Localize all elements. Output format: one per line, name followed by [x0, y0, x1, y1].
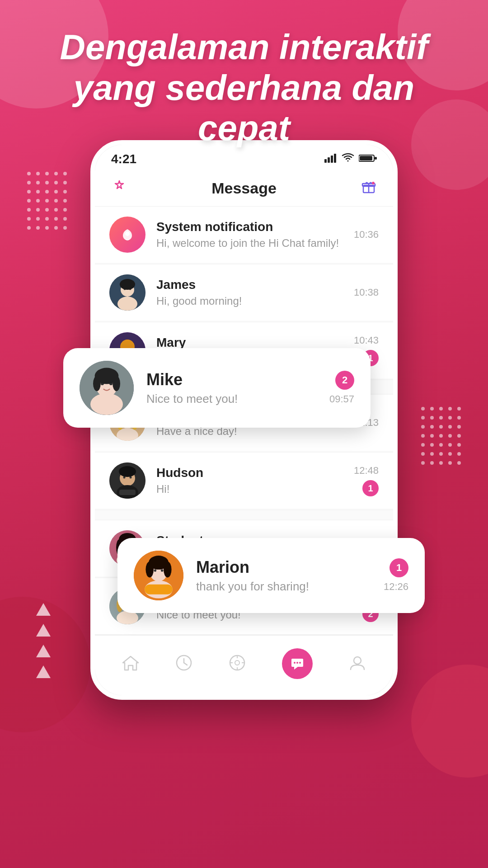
- mike-floating-card[interactable]: Mike Nice to meet you! 2 09:57: [63, 348, 371, 428]
- system-preview: Hi, welcome to join the Hi Chat family!: [156, 237, 354, 250]
- hudson-avatar: [109, 462, 145, 499]
- svg-point-83: [299, 662, 301, 664]
- system-content: System notification Hi, welcome to join …: [156, 220, 354, 250]
- clock-icon[interactable]: [175, 654, 192, 673]
- headline-section: Dengalaman interaktif yang sederhana dan…: [0, 27, 488, 149]
- marion-avatar: [134, 551, 183, 600]
- headline-line2: yang sederhana dan cepat: [74, 68, 414, 148]
- svg-point-16: [164, 561, 172, 577]
- nav-clock[interactable]: [166, 651, 202, 677]
- headline-line1: Dengalaman interaktif: [60, 27, 428, 67]
- mike-name: Mike: [146, 370, 329, 389]
- svg-point-81: [294, 662, 296, 664]
- explore-icon[interactable]: [229, 654, 246, 673]
- nav-explore[interactable]: [220, 651, 255, 677]
- james-meta: 10:38: [354, 287, 379, 298]
- conversation-item-system[interactable]: System notification Hi, welcome to join …: [95, 207, 393, 263]
- signal-icon: [324, 153, 337, 165]
- svg-rect-56: [119, 490, 136, 495]
- marion-floating-card[interactable]: Marion thank you for sharing! 1 12:26: [117, 538, 425, 613]
- system-time: 10:36: [354, 229, 379, 241]
- mike-meta: 2 09:57: [329, 371, 354, 405]
- svg-rect-20: [334, 154, 336, 163]
- svg-point-28: [125, 231, 130, 236]
- mike-badge: 2: [335, 371, 354, 390]
- headline-text: Dengalaman interaktif yang sederhana dan…: [27, 27, 461, 149]
- system-name: System notification: [156, 220, 354, 234]
- svg-point-12: [161, 569, 164, 572]
- svg-point-55: [119, 466, 136, 477]
- james-name: James: [156, 278, 354, 292]
- dot-grid-right: [421, 407, 461, 465]
- marion-name: Marion: [196, 558, 384, 577]
- james-time: 10:38: [354, 287, 379, 298]
- system-meta: 10:36: [354, 229, 379, 241]
- hudson-badge: 1: [362, 480, 379, 496]
- mary-time: 10:43: [354, 335, 379, 346]
- svg-point-6: [93, 376, 101, 392]
- svg-point-7: [113, 376, 120, 392]
- marion-meta: 1 12:26: [384, 558, 408, 593]
- status-icons: [324, 153, 377, 165]
- hudson-preview: Hi!: [156, 483, 354, 495]
- marion-time: 12:26: [384, 581, 408, 593]
- profile-icon[interactable]: [349, 654, 366, 673]
- conversation-item-james[interactable]: James Hi, good morning! 10:38: [95, 264, 393, 321]
- hudson-name: Hudson: [156, 466, 354, 480]
- conversation-item-hudson[interactable]: Hudson Hi! 12:48 1: [95, 453, 393, 509]
- james-avatar: [109, 274, 145, 311]
- svg-point-27: [372, 182, 375, 184]
- dot-grid-left: [27, 172, 67, 230]
- marion-badge: 1: [389, 558, 408, 577]
- svg-rect-22: [360, 156, 372, 160]
- james-content: James Hi, good morning!: [156, 278, 354, 307]
- svg-rect-18: [328, 157, 330, 163]
- status-time: 4:21: [111, 152, 136, 166]
- svg-point-84: [354, 657, 361, 664]
- marion-placeholder: [95, 510, 393, 519]
- svg-point-35: [120, 279, 135, 290]
- svg-rect-19: [331, 156, 333, 163]
- svg-rect-13: [145, 585, 173, 594]
- triangle-decorations: [36, 603, 51, 678]
- phone-mockup: Mike Nice to meet you! 2 09:57: [90, 140, 398, 700]
- mike-content: Mike Nice to meet you!: [146, 370, 329, 406]
- svg-point-76: [235, 660, 239, 665]
- mike-time: 09:57: [329, 393, 354, 405]
- favorite-icon[interactable]: [111, 178, 127, 198]
- svg-rect-17: [324, 159, 327, 163]
- bg-decoration-5: [411, 665, 488, 778]
- chat-active-icon[interactable]: [282, 648, 313, 679]
- home-icon[interactable]: [122, 655, 139, 673]
- gift-icon[interactable]: [361, 178, 377, 198]
- nav-chat-active[interactable]: [273, 645, 322, 683]
- marion-content: Marion thank you for sharing!: [196, 558, 384, 594]
- hudson-meta: 12:48 1: [354, 465, 379, 496]
- app-header: Message: [95, 170, 393, 207]
- svg-point-2: [90, 393, 123, 415]
- mike-avatar: [80, 361, 134, 415]
- mike-preview: Nice to meet you!: [146, 392, 329, 406]
- system-avatar: [109, 217, 145, 253]
- svg-line-74: [184, 663, 187, 665]
- battery-icon: [359, 153, 377, 165]
- james-preview: Hi, good morning!: [156, 295, 354, 307]
- svg-point-32: [117, 297, 137, 311]
- marion-preview: thank you for sharing!: [196, 580, 384, 594]
- wifi-icon: [342, 153, 354, 165]
- svg-rect-23: [375, 157, 377, 160]
- hudson-content: Hudson Hi!: [156, 466, 354, 495]
- nav-profile[interactable]: [340, 651, 375, 677]
- svg-point-11: [154, 569, 157, 572]
- nav-home[interactable]: [113, 651, 148, 676]
- bottom-navigation: [95, 635, 393, 695]
- svg-point-82: [296, 662, 298, 664]
- app-title: Message: [211, 179, 277, 197]
- svg-point-15: [145, 561, 154, 577]
- hudson-time: 12:48: [354, 465, 379, 476]
